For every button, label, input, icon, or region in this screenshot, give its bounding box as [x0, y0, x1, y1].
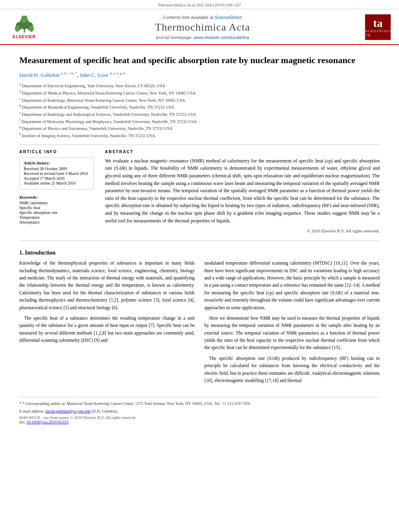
abstract-text: We evaluate a nuclear magnetic resonance…	[105, 157, 380, 224]
journal-homepage-line: journal homepage: www.elsevier.com/locat…	[47, 35, 358, 40]
revised-date: Received in revised form 3 March 2010	[24, 171, 89, 176]
intro-left-col: Knowledge of the thermophysical properti…	[19, 259, 195, 387]
author2-name: John C. Gore	[80, 72, 109, 78]
sciencedirect-label: Contents lists available at	[163, 15, 214, 20]
sciencedirect-link[interactable]: ScienceDirect	[214, 15, 242, 20]
copyright-line: © 2010 Elsevier B.V. All rights reserved…	[105, 228, 380, 233]
keyword-item: Temperature	[19, 215, 94, 220]
received-date: Received 28 October 2009	[24, 166, 89, 171]
author2-link[interactable]: John C. Gore	[80, 72, 110, 78]
keywords-title: Keywords:	[19, 195, 94, 199]
article-info-box: Article history: Received 28 October 200…	[19, 157, 94, 189]
affiliation-item: f Department of Molecular Physiology and…	[19, 118, 380, 125]
abstract-title: ABSTRACT	[105, 150, 380, 154]
intro-right-body-text: modulated temperature differential scann…	[204, 259, 380, 384]
ta-logo-text: ta	[373, 18, 383, 29]
top-citation-bar: Thermochimica Acta 503–504 (2010) 100–10…	[0, 0, 399, 9]
homepage-url[interactable]: www.elsevier.com/locate/tca	[194, 35, 249, 40]
abstract-column: ABSTRACT We evaluate a nuclear magnetic …	[105, 150, 380, 233]
svg-point-4	[15, 25, 20, 32]
footnote-star-text: * * Corresponding author at: Memorial Sl…	[19, 401, 380, 407]
doi-label: doi:	[19, 420, 26, 424]
intro-para2: The specific heat of a substance determi…	[19, 314, 195, 344]
page-wrapper: Thermochimica Acta 503–504 (2010) 100–10…	[0, 0, 399, 532]
email-footnote: E-mail address: david.gultekin@ya.yale.e…	[19, 408, 380, 414]
intro-section-title: 1. Introduction	[19, 250, 380, 256]
affiliation-item: h Institute of Imaging Science, Vanderbi…	[19, 132, 380, 139]
intro-right-para2: Here we demonstrate how NMR may be used …	[204, 314, 380, 351]
affiliation-item: a Department of Electrical Engineering, …	[19, 82, 380, 89]
article-info-column: ARTICLE INFO Article history: Received 2…	[19, 150, 94, 233]
email-link[interactable]: david.gultekin@ya.yale.edu	[45, 409, 90, 413]
authors-line: David H. Gultekin a, b, c, h, *, John C.…	[19, 71, 380, 78]
intro-right-col: modulated temperature differential scann…	[204, 259, 380, 387]
email-suffix: (D.H. Gultekin).	[92, 409, 118, 413]
article-info-title: ARTICLE INFO	[19, 150, 94, 154]
intro-title: Introduction	[25, 250, 56, 256]
elsevier-tree-icon	[13, 16, 35, 34]
affiliation-item: g Department of Physics and Astronomy, V…	[19, 125, 380, 131]
issn-line: 0040-6031/$ – see front matter © 2010 El…	[19, 415, 380, 420]
elsevier-logo: ELSEVIER	[8, 16, 40, 39]
info-abstract-columns: ARTICLE INFO Article history: Received 2…	[19, 150, 380, 233]
star-symbol: *	[19, 401, 21, 406]
svg-point-5	[29, 25, 34, 32]
homepage-label: journal homepage:	[156, 35, 193, 40]
intro-right-para1: modulated temperature differential scann…	[204, 259, 380, 311]
intro-body-text: Knowledge of the thermophysical properti…	[19, 259, 195, 344]
affiliation-item: c Department of Radiology, Memorial Sloa…	[19, 97, 380, 103]
journal-title: Thermochimica Acta	[47, 21, 358, 33]
available-date: Available online 25 March 2010	[24, 181, 89, 185]
keywords-list: NMR calorimetrySpecific heatSpecific abs…	[19, 201, 94, 224]
ta-logo-sub: thermochimica acta	[361, 29, 395, 37]
ta-logo: ta thermochimica acta	[365, 14, 391, 40]
journal-center: Contents lists available at ScienceDirec…	[47, 15, 358, 40]
intro-number: 1.	[19, 250, 25, 256]
footnote-content: * Corresponding author at: Memorial Sloa…	[23, 401, 251, 406]
intro-body-columns: Knowledge of the thermophysical properti…	[19, 259, 380, 387]
keyword-item: Specific absorption rate	[19, 210, 94, 215]
divider-2	[19, 240, 380, 241]
affiliations: a Department of Electrical Engineering, …	[19, 82, 380, 139]
elsevier-label: ELSEVIER	[12, 35, 35, 39]
keyword-item: NMR calorimetry	[19, 201, 94, 205]
author2-sup: d, e, f, g, h	[110, 71, 125, 75]
citation-text: Thermochimica Acta 503–504 (2010) 100–10…	[158, 2, 241, 7]
intro-para1: Knowledge of the thermophysical properti…	[19, 259, 195, 311]
email-label: E-mail address:	[19, 409, 44, 413]
article-history-title: Article history:	[24, 161, 89, 165]
affiliation-item: e Department of Radiology and Radiologic…	[19, 111, 380, 117]
doi-link[interactable]: 10.1016/j.tca.2010.03.015	[27, 420, 69, 424]
article-content: Measurement of specific heat and specifi…	[0, 45, 399, 397]
keyword-item: Specific heat	[19, 205, 94, 210]
divider-1	[19, 144, 380, 145]
keyword-item: Absorptance	[19, 220, 94, 224]
author1-sup: a, b, c, h, *	[61, 71, 77, 75]
article-title: Measurement of specific heat and specifi…	[19, 55, 380, 66]
author1-link[interactable]: David H. Gultekin	[19, 72, 61, 78]
doi-line: doi: 10.1016/j.tca.2010.03.015	[19, 420, 380, 424]
intro-right-para3: The specific absorption rate (SAR) produ…	[204, 355, 380, 384]
page-footer: * * Corresponding author at: Memorial Sl…	[19, 397, 380, 427]
accepted-date: Accepted 17 March 2010	[24, 176, 89, 181]
sciencedirect-line: Contents lists available at ScienceDirec…	[47, 15, 358, 20]
journal-header: ELSEVIER Contents lists available at Sci…	[0, 9, 399, 45]
author1-name: David H. Gultekin	[19, 72, 60, 78]
affiliation-item: b Department of Medical Physics, Memoria…	[19, 89, 380, 96]
affiliation-item: d Department of Biomedical Engineering, …	[19, 103, 380, 110]
issn-text: 0040-6031/$ – see front matter © 2010 El…	[19, 415, 136, 420]
